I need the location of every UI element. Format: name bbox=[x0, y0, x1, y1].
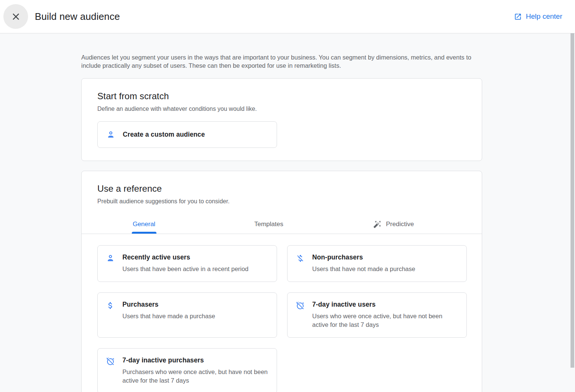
alarm-off-icon bbox=[106, 357, 115, 366]
money-off-icon bbox=[296, 254, 305, 263]
tab-label: Predictive bbox=[386, 221, 414, 228]
suggestion-title: 7-day inactive purchasers bbox=[122, 356, 268, 364]
scrollbar-thumb[interactable] bbox=[571, 33, 574, 368]
suggestion-description: Users that have not made a purchase bbox=[312, 265, 415, 273]
person-icon bbox=[106, 130, 115, 139]
dialog-header: Build new audience Help center bbox=[0, 0, 575, 33]
suggestion-card[interactable]: Recently active usersUsers that have bee… bbox=[97, 245, 277, 282]
start-from-scratch-subtitle: Define an audience with whatever conditi… bbox=[97, 106, 466, 112]
tab-label: General bbox=[133, 221, 155, 228]
start-from-scratch-panel: Start from scratch Define an audience wi… bbox=[81, 78, 482, 161]
close-icon bbox=[10, 11, 21, 22]
tab-predictive[interactable]: Predictive bbox=[331, 215, 456, 234]
tab-general[interactable]: General bbox=[82, 215, 206, 234]
suggestion-card[interactable]: 7-day inactive usersUsers who were once … bbox=[287, 292, 467, 338]
audiences-intro-text: Audiences let you segment your users in … bbox=[81, 53, 481, 70]
close-button[interactable] bbox=[3, 4, 28, 29]
suggestion-card[interactable]: Non-purchasersUsers that have not made a… bbox=[287, 245, 467, 282]
use-a-reference-title: Use a reference bbox=[97, 183, 466, 194]
tab-templates[interactable]: Templates bbox=[206, 215, 331, 234]
dialog-body: Audiences let you segment your users in … bbox=[0, 33, 575, 392]
suggestion-description: Users that have made a purchase bbox=[122, 312, 215, 320]
help-center-label: Help center bbox=[526, 12, 562, 21]
suggestions-grid: Recently active usersUsers that have bee… bbox=[82, 234, 482, 392]
suggestion-description: Purchasers who were once active, but hav… bbox=[122, 368, 268, 385]
suggestion-title: 7-day inactive users bbox=[312, 301, 457, 309]
create-custom-audience-button[interactable]: Create a custom audience bbox=[97, 121, 277, 148]
start-from-scratch-title: Start from scratch bbox=[97, 91, 466, 101]
tab-bar-filler bbox=[456, 215, 482, 234]
use-a-reference-subtitle: Prebuilt audience suggestions for you to… bbox=[97, 198, 466, 205]
create-custom-audience-label: Create a custom audience bbox=[123, 131, 205, 139]
magic-wand-icon bbox=[373, 220, 381, 228]
suggestion-title: Non-purchasers bbox=[312, 253, 415, 261]
vertical-scrollbar[interactable] bbox=[570, 33, 575, 392]
suggestion-card[interactable]: PurchasersUsers that have made a purchas… bbox=[97, 292, 277, 338]
dollar-icon bbox=[106, 301, 115, 310]
tab-label: Templates bbox=[254, 221, 283, 228]
suggestion-description: Users that have been active in a recent … bbox=[122, 265, 249, 273]
suggestion-title: Purchasers bbox=[122, 301, 215, 309]
page-title: Build new audience bbox=[35, 11, 120, 22]
tab-bar: GeneralTemplatesPredictive bbox=[82, 215, 456, 234]
suggestion-card[interactable]: 7-day inactive purchasersPurchasers who … bbox=[97, 348, 277, 392]
help-center-link[interactable]: Help center bbox=[514, 12, 562, 21]
suggestion-description: Users who were once active, but have not… bbox=[312, 312, 457, 329]
use-a-reference-panel: Use a reference Prebuilt audience sugges… bbox=[81, 171, 482, 392]
open-in-new-icon bbox=[514, 13, 522, 21]
person-icon bbox=[106, 254, 115, 263]
alarm-off-icon bbox=[296, 301, 305, 310]
suggestion-title: Recently active users bbox=[122, 253, 249, 261]
